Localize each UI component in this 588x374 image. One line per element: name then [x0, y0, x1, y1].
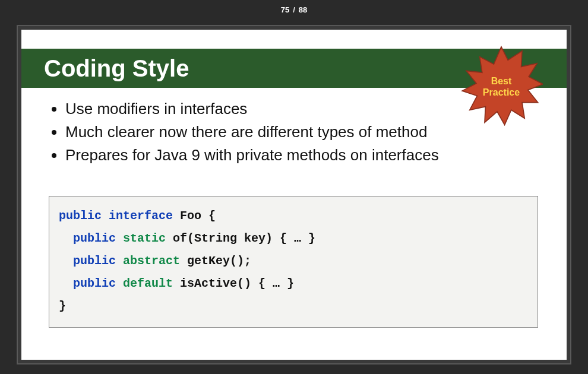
page-current: 75	[281, 5, 289, 14]
badge-label: Best Practice	[460, 45, 543, 128]
slide: Coding Style Best Practice Use modifiers…	[21, 30, 567, 360]
code-line: public static of(String key) { … }	[59, 227, 528, 250]
code-line: public default isActive() { … }	[59, 272, 528, 295]
slide-frame-inner: Coding Style Best Practice Use modifiers…	[18, 26, 570, 363]
code-line: public abstract getKey();	[59, 250, 528, 272]
slide-frame-outer: Coding Style Best Practice Use modifiers…	[17, 25, 571, 365]
code-line: }	[59, 295, 528, 318]
code-line: public interface Foo {	[59, 205, 528, 227]
code-block: public interface Foo { public static of(…	[49, 196, 538, 328]
page-total: 88	[299, 5, 307, 14]
slide-title: Coding Style	[44, 55, 189, 82]
bullet-item: Prepares for Java 9 with private methods…	[65, 145, 538, 166]
page-sep: /	[293, 5, 295, 14]
best-practice-badge: Best Practice	[460, 45, 543, 128]
page-counter: 75 / 88	[0, 0, 588, 19]
